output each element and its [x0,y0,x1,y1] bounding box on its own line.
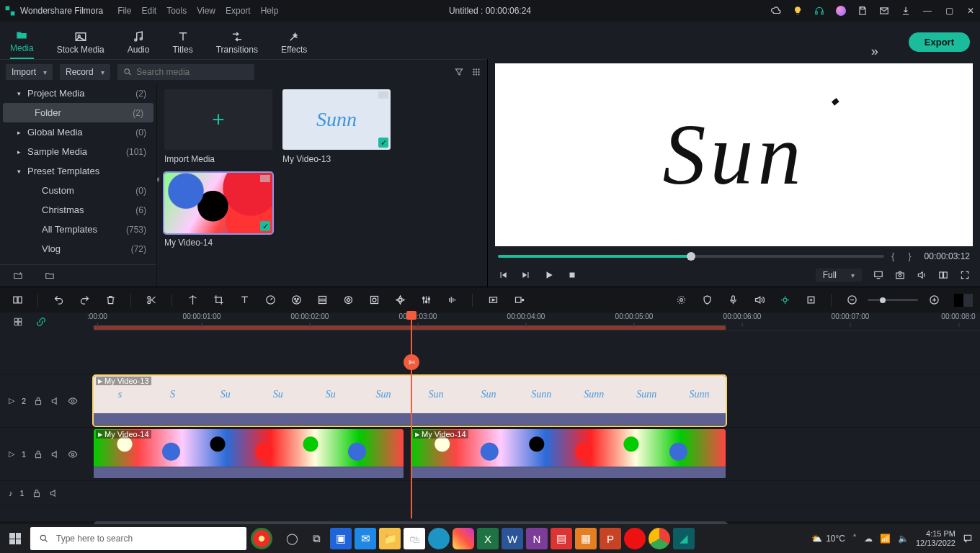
marker-icon[interactable] [182,290,202,310]
snapshot-icon[interactable] [895,270,905,280]
mute-icon[interactable] [49,488,59,498]
account-icon[interactable] [836,6,846,16]
lock-icon[interactable] [33,449,43,459]
clip-my-video-13[interactable]: Sunn✓ My Video-13 [282,89,391,164]
grid-view-icon[interactable] [471,67,481,77]
import-media-tile[interactable]: + Import Media [164,89,272,164]
manage-tracks-icon[interactable] [13,317,23,327]
clip-video-13[interactable]: My Video-13 sSSuSuSuSunSunSunSunnSunnSun… [94,376,726,426]
app-mail-icon[interactable]: ✉ [355,528,376,549]
tree-vlog[interactable]: Vlog(72) [0,239,156,258]
taskbar-search[interactable]: Type here to search [30,527,246,550]
support-icon[interactable] [814,6,824,16]
collapse-tree-icon[interactable]: ◂ [157,173,159,184]
app-onenote-icon[interactable]: N [526,528,548,549]
time-ruler[interactable]: ✄ :00:00 00:00:01:00 00:00:02:00 00:00:0… [94,313,980,331]
task-view-icon[interactable]: ◯ [281,528,303,549]
add-marker-icon[interactable] [801,290,821,310]
menu-export[interactable]: Export [226,6,251,16]
audio-track-1[interactable]: ♪ 1 [0,481,980,505]
display-icon[interactable] [873,270,883,280]
tray-volume-icon[interactable]: 🔈 [898,534,909,544]
app-explorer-icon[interactable]: 📁 [379,528,401,549]
render-icon[interactable] [483,290,503,310]
app-filmora-icon[interactable]: ◢ [673,528,695,549]
undo-icon[interactable] [48,290,68,310]
tab-effects[interactable]: Effects [281,30,307,59]
motion-icon[interactable] [390,290,410,310]
mixer-icon[interactable] [749,290,769,310]
crop-icon[interactable] [208,290,228,310]
tree-preset-templates[interactable]: ▾Preset Templates [0,161,156,181]
import-dropdown[interactable]: Import [6,64,53,80]
export-button[interactable]: Export [909,32,970,52]
weather-widget[interactable]: ⛅ 10°C [811,534,845,544]
menu-help[interactable]: Help [261,6,279,16]
app-word-icon[interactable]: W [502,528,523,549]
clip-video-14b[interactable]: My Video-14 [411,429,726,479]
tree-project-media[interactable]: ▾Project Media(2) [0,84,156,103]
app-pdf-icon[interactable]: ▤ [551,528,572,549]
auto-ripple-icon[interactable] [775,290,795,310]
video-track-2[interactable]: ▷ 2 My Video-13 sSSuSuSuSunSunSunSunnSun… [0,374,980,428]
visibility-icon[interactable] [68,449,78,459]
app-opera-icon[interactable] [624,528,646,549]
video-track-1[interactable]: ▷ 1 My Video-14 My Video-14 [0,428,980,481]
app-chrome-icon[interactable] [649,528,670,549]
tree-all-templates[interactable]: All Templates(753) [0,220,156,239]
search-highlight-icon[interactable] [251,528,272,549]
app-edge-icon[interactable] [428,528,450,549]
tab-media[interactable]: Media [10,29,34,59]
app-cortana-icon[interactable]: ▣ [330,528,352,549]
shield-icon[interactable] [697,290,717,310]
zoom-slider[interactable] [868,299,918,301]
playhead-icon[interactable] [406,311,416,320]
close-button[interactable]: ✕ [966,6,976,16]
idea-icon[interactable] [793,6,803,16]
tray-cloud-icon[interactable]: ☁ [864,534,873,544]
audio-adjust-icon[interactable] [442,290,462,310]
tab-audio[interactable]: Audio [128,30,150,59]
clip-video-14a[interactable]: My Video-14 [94,429,404,479]
link-icon[interactable] [36,317,46,327]
start-button[interactable] [0,533,30,544]
app-store-icon[interactable]: 🛍 [404,528,425,549]
record-dropdown[interactable]: Record [60,64,110,80]
mic-icon[interactable] [723,290,743,310]
record-vo-icon[interactable] [509,290,529,310]
fullscreen-icon[interactable] [960,270,970,280]
split-playhead-icon[interactable]: ✄ [404,354,419,370]
timeline-layout-toggle[interactable] [954,294,973,307]
app-timeline-icon[interactable]: ⧉ [306,528,327,549]
keyframe-icon[interactable] [338,290,358,310]
clip-my-video-14[interactable]: ✓ My Video-14 [164,173,272,248]
next-frame-icon[interactable] [521,270,531,280]
tree-sample-media[interactable]: ▸Sample Media(101) [0,142,156,161]
preview-canvas[interactable]: Sun [495,63,973,246]
mute-icon[interactable] [50,449,61,459]
play-icon[interactable] [544,270,554,280]
stop-icon[interactable] [567,270,577,280]
visibility-icon[interactable] [68,396,78,406]
system-clock[interactable]: 4:15 PM 12/13/2022 [916,529,956,547]
tab-transitions[interactable]: Transitions [216,30,258,59]
prev-frame-icon[interactable] [498,270,508,280]
new-folder-icon[interactable] [13,271,23,281]
mask-icon[interactable] [364,290,384,310]
app-powerpoint-icon[interactable]: P [600,528,621,549]
tree-custom[interactable]: Custom(0) [0,181,156,200]
search-input[interactable] [136,67,248,77]
zoom-in-icon[interactable] [924,290,944,310]
mail-icon[interactable] [879,6,889,16]
reframe-icon[interactable] [312,290,332,310]
minimize-button[interactable]: — [922,6,932,16]
app-program-icon[interactable]: ▦ [575,528,597,549]
menu-tools[interactable]: Tools [166,6,187,16]
tray-wifi-icon[interactable]: 📶 [880,534,891,544]
trash-icon[interactable] [100,290,120,310]
menu-edit[interactable]: Edit [142,6,157,16]
compare-icon[interactable] [938,270,948,280]
save-icon[interactable] [858,6,868,16]
adjust-icon[interactable] [416,290,436,310]
download-icon[interactable] [901,6,911,16]
